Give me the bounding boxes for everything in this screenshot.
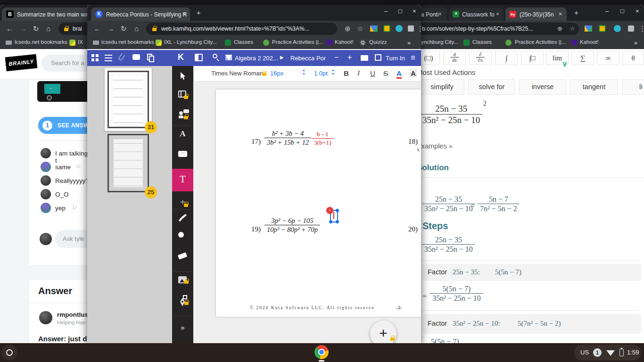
symbolab-address-bar[interactable]: b.com/solver/step-by-step/%5Cfrac%7B25..… (405, 23, 579, 35)
brush-tool-icon[interactable] (172, 213, 193, 222)
ixl-favicon[interactable] (156, 40, 162, 46)
bookmarks-overflow-icon[interactable]: » (407, 39, 411, 46)
zoom-icon[interactable]: ⊕ (557, 23, 562, 35)
back-icon[interactable]: ← (94, 24, 101, 33)
flag-icon[interactable]: ⚐ (72, 205, 77, 211)
bookmark-lcsedu[interactable]: lcsedu.net bookmarks (101, 39, 154, 45)
avatar[interactable] (41, 175, 51, 186)
new-tab-icon[interactable]: + (197, 8, 201, 16)
italic-button[interactable]: I (357, 69, 360, 77)
avatar[interactable] (41, 189, 51, 199)
system-tray[interactable]: US 1 1:59 (574, 345, 641, 361)
input-expression-fraction[interactable]: 25n − 35 35n² − 25n − 10 (420, 104, 482, 125)
launcher-button[interactable] (1, 345, 17, 361)
font-size-stepper[interactable]: ▲ ▼ (302, 68, 305, 76)
bookmark-ixl[interactable]: IX (78, 39, 83, 45)
reload-icon[interactable]: ↻ (33, 24, 39, 33)
bookmark-kahoot[interactable]: Kahoot! (580, 39, 599, 45)
maximize-icon[interactable]: □ (620, 8, 624, 15)
tab-close-icon[interactable]: × (438, 11, 442, 17)
kahoot-favicon[interactable] (571, 40, 577, 45)
bookmark-classes[interactable]: Classes (472, 39, 492, 45)
resize-handle[interactable] (336, 209, 339, 212)
outline-list-icon[interactable] (105, 54, 112, 61)
chrome-app-icon[interactable] (314, 345, 329, 359)
frog-favicon[interactable] (263, 40, 269, 46)
maximize-icon[interactable]: □ (398, 8, 402, 15)
underline-button[interactable]: U (370, 69, 375, 77)
brainly-logo[interactable]: BRAINLY (5, 54, 38, 72)
bookmark-practice[interactable]: Practice Activities ||... (515, 39, 566, 45)
answer-username[interactable]: rmpontlus (57, 311, 88, 318)
brainly-tab[interactable]: B Summarize the two main way (2, 8, 91, 21)
ask-input[interactable]: Ask tyle (55, 230, 91, 248)
drive-icon[interactable] (370, 25, 378, 32)
forward-icon[interactable]: → (19, 24, 26, 33)
video-play-icon[interactable] (47, 95, 52, 100)
classroom-favicon[interactable] (463, 40, 470, 46)
stepper-up-icon[interactable]: ▲ (331, 68, 335, 72)
minimize-icon[interactable]: – (605, 8, 609, 15)
kami-logo[interactable]: K (178, 52, 184, 62)
tab-close-icon[interactable]: × (182, 11, 186, 17)
bookmark-practice[interactable]: Practice Activities ||... (272, 39, 323, 45)
action-solve-for[interactable]: solve for (468, 79, 515, 95)
bookmarks-overflow-icon[interactable]: » (634, 39, 637, 46)
teal-ext-icon[interactable] (614, 25, 621, 32)
keypad-sum[interactable]: ∑ (571, 51, 594, 65)
step-box-factor-2[interactable]: Factor 35n² − 25n − 10: 5(7n² − 5n − 2) (423, 314, 641, 334)
flag-icon[interactable]: ⚐ (76, 164, 81, 170)
brainly-search-input[interactable]: Search for a (41, 55, 91, 72)
avatar[interactable] (41, 203, 51, 213)
close-window-icon[interactable]: × (413, 8, 416, 15)
home-icon[interactable]: ⌂ (46, 24, 50, 33)
tab-close-icon[interactable]: × (559, 11, 562, 17)
action-tangent[interactable]: tangent (570, 79, 618, 95)
bookmark-lynchburg[interactable]: ynchburg City... (421, 39, 458, 45)
bookmarks-folder-icon[interactable] (93, 41, 99, 45)
attachment-icon[interactable] (118, 53, 125, 61)
attachment-video[interactable]: ← (37, 81, 91, 102)
bold-button[interactable]: B (344, 69, 349, 77)
bookmark-quizizz[interactable]: Quizizz (369, 39, 387, 45)
star-icon[interactable]: ☆ (357, 24, 363, 33)
avatar[interactable] (41, 148, 51, 158)
bookmark-classes[interactable]: Classes (234, 39, 253, 45)
teal-ext-icon[interactable] (396, 25, 403, 32)
strikethrough-button[interactable]: S (383, 69, 388, 77)
turn-in-button[interactable]: Turn In (386, 55, 405, 62)
chat-icon[interactable] (132, 54, 140, 60)
kami-tab[interactable]: K Rebecca Pontius - Simplifying R × (91, 8, 190, 21)
frog-favicon[interactable] (505, 40, 512, 46)
star-icon[interactable]: ☆ (570, 23, 575, 35)
document-title[interactable]: Algebra 2 202... (235, 55, 278, 62)
keypad-partial[interactable]: ∂ ∂x (469, 51, 492, 65)
stepper-up-icon[interactable]: ▲ (302, 68, 305, 72)
kami-address-bar[interactable]: web.kamihq.com/web/viewer.html?state=%7B… (146, 23, 337, 35)
more-menu-icon[interactable]: ⋮ (417, 24, 421, 33)
font-size-value[interactable]: 16px (270, 70, 283, 77)
text-to-speech-tool-icon[interactable] (179, 111, 183, 115)
markup-tool-icon[interactable]: A (172, 129, 193, 139)
save-icon[interactable] (375, 54, 381, 61)
search-icon[interactable] (213, 54, 217, 58)
home-icon[interactable]: ⌂ (134, 24, 139, 33)
extensions-puzzle-icon[interactable] (628, 25, 634, 32)
eraser-tool-icon[interactable] (178, 252, 187, 260)
resize-handle[interactable] (336, 220, 339, 223)
new-tab-icon[interactable]: + (574, 8, 578, 16)
resize-handle[interactable] (329, 220, 332, 223)
zoom-out-icon[interactable]: − (334, 53, 339, 62)
quizizz-favicon[interactable]: Q (360, 40, 366, 46)
keypad-theta[interactable]: θ (622, 51, 644, 65)
text-tool-active[interactable]: T (172, 169, 193, 191)
answer-17-annotation[interactable]: b - 1 3(b+1) (312, 131, 334, 147)
stepper-down-icon[interactable]: ▼ (302, 72, 305, 76)
more-menu-icon[interactable]: ⋮ (639, 24, 644, 33)
highlight-button[interactable]: A (410, 69, 417, 77)
delete-annotation-button[interactable]: × (326, 207, 333, 214)
minimize-icon[interactable]: – (384, 8, 388, 15)
brainly-address-bar[interactable]: brai (58, 23, 91, 35)
keypad-definite-integral[interactable]: ∫□ (521, 51, 544, 65)
classroom-favicon[interactable] (225, 40, 231, 46)
